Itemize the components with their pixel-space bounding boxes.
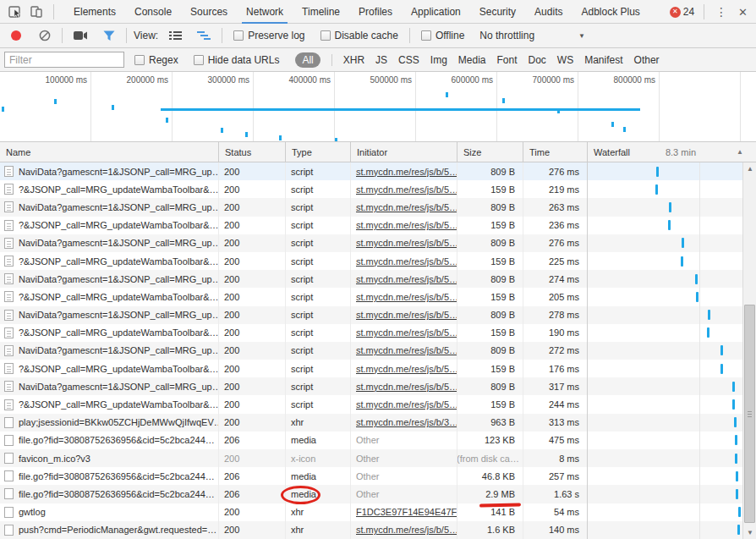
overflow-menu-icon[interactable]: ⋮ [714, 6, 729, 18]
table-row[interactable]: play;jsessionid=BKkw05ZCHjDeMWwQjIfwqEV…… [0, 414, 756, 432]
column-header-status[interactable]: Status [218, 142, 285, 162]
table-row[interactable]: push?cmd=PeriodicManager&gwt.requested=…… [0, 521, 756, 539]
filter-pill-manifest[interactable]: Manifest [584, 54, 622, 66]
filter-pill-xhr[interactable]: XHR [343, 54, 364, 66]
tab-adblock-plus[interactable]: Adblock Plus [572, 0, 649, 24]
table-row[interactable]: NaviData?gamescnt=1&JSONP_call=MRG_up… 2… [0, 234, 756, 252]
table-row[interactable]: file.go?fid=30808752636956&cid=5c2bca244… [0, 432, 756, 449]
view-waterfall-icon[interactable] [197, 30, 211, 41]
filter-funnel-icon[interactable] [103, 30, 115, 41]
table-row[interactable]: file.go?fid=30808752636956&cid=5c2bca244… [0, 467, 756, 485]
filter-pill-all[interactable]: All [295, 52, 320, 68]
filter-pill-img[interactable]: Img [430, 54, 447, 66]
overview-request-mark [221, 128, 223, 133]
column-header-time[interactable]: Time [523, 142, 587, 162]
tab-security[interactable]: Security [470, 0, 525, 24]
tab-application[interactable]: Application [402, 0, 470, 24]
inspect-element-icon[interactable] [8, 5, 23, 19]
resource-icon [4, 310, 14, 321]
initiator-link[interactable]: st.mycdn.me/res/js/b/3… [356, 417, 457, 427]
initiator-link[interactable]: st.mycdn.me/res/js/b/5… [356, 202, 457, 212]
initiator-link[interactable]: st.mycdn.me/res/js/b/5… [356, 382, 457, 392]
table-row[interactable]: gwtlog 200 xhr F1DC3E97F14E94E47FB… 141 … [0, 503, 756, 521]
initiator-link[interactable]: st.mycdn.me/res/js/b/5… [356, 184, 457, 195]
table-row[interactable]: ?&JSONP_call=MRG_updateWambaToolbar&… 20… [0, 360, 756, 377]
initiator-link[interactable]: st.mycdn.me/res/js/b/5… [356, 364, 457, 374]
regex-checkbox[interactable]: Regex [134, 54, 178, 66]
table-row[interactable]: ?&JSONP_call=MRG_updateWambaToolbar&… 20… [0, 324, 756, 342]
preserve-log-checkbox[interactable]: Preserve log [233, 30, 304, 41]
initiator-link[interactable]: F1DC3E97F14E94E47FB… [356, 507, 457, 517]
clear-button[interactable] [39, 30, 51, 41]
request-initiator: st.mycdn.me/res/js/b/5… [350, 345, 457, 355]
resource-icon [4, 507, 14, 518]
vertical-scrollbar[interactable]: ▲ ▼ [742, 162, 756, 539]
tab-console[interactable]: Console [125, 0, 181, 24]
initiator-link[interactable]: st.mycdn.me/res/js/b/5… [356, 327, 457, 338]
initiator-link[interactable]: st.mycdn.me/res/js/b/5… [356, 220, 457, 230]
initiator-link[interactable]: st.mycdn.me/res/js/b/5… [356, 238, 457, 248]
scroll-down-icon[interactable]: ▼ [743, 526, 756, 539]
table-row[interactable]: ?&JSONP_call=MRG_updateWambaToolbar&… 20… [0, 217, 756, 234]
table-row[interactable]: NaviData?gamescnt=1&JSONP_call=MRG_up… 2… [0, 162, 756, 180]
initiator-link[interactable]: st.mycdn.me/res/js/b/5… [356, 256, 457, 267]
filter-pill-js[interactable]: JS [375, 54, 387, 66]
column-header-name[interactable]: Name [0, 142, 218, 162]
column-header-initiator[interactable]: Initiator [350, 142, 457, 162]
scroll-up-icon[interactable]: ▲ [743, 162, 756, 175]
table-row[interactable]: NaviData?gamescnt=1&JSONP_call=MRG_up… 2… [0, 198, 756, 216]
request-time: 8 ms [523, 454, 587, 464]
view-list-icon[interactable] [169, 30, 182, 41]
disable-cache-checkbox[interactable]: Disable cache [320, 30, 398, 41]
initiator-link[interactable]: st.mycdn.me/res/js/b/5… [356, 525, 457, 535]
waterfall-tick [736, 489, 738, 499]
network-overview-timeline[interactable]: 100000 ms200000 ms300000 ms400000 ms5000… [0, 72, 756, 142]
tab-timeline[interactable]: Timeline [293, 0, 349, 24]
filter-pill-media[interactable]: Media [458, 54, 486, 66]
tab-network[interactable]: Network [237, 0, 293, 24]
table-row[interactable]: ?&JSONP_call=MRG_updateWambaToolbar&… 20… [0, 180, 756, 198]
tab-sources[interactable]: Sources [181, 0, 237, 24]
table-row[interactable]: file.go?fid=30808752636956&cid=5c2bca244… [0, 485, 756, 503]
screenshot-camera-icon[interactable] [74, 30, 88, 41]
tab-elements[interactable]: Elements [64, 0, 125, 24]
request-time: 54 ms [523, 507, 587, 517]
table-row[interactable]: NaviData?gamescnt=1&JSONP_call=MRG_up… 2… [0, 270, 756, 288]
overview-tick-label: 200000 ms [90, 75, 168, 85]
filter-pill-other[interactable]: Other [634, 54, 660, 66]
filter-pill-ws[interactable]: WS [557, 54, 573, 66]
close-icon[interactable]: ✕ [735, 6, 751, 19]
throttling-select[interactable]: No throttling ▼ [479, 30, 585, 41]
checkbox-icon [233, 30, 244, 41]
initiator-link[interactable]: st.mycdn.me/res/js/b/5… [356, 167, 457, 177]
overview-request-mark [611, 122, 614, 127]
tab-audits[interactable]: Audits [525, 0, 572, 24]
hide-data-urls-checkbox[interactable]: Hide data URLs [194, 54, 280, 66]
table-row[interactable]: ?&JSONP_call=MRG_updateWambaToolbar&… 20… [0, 288, 756, 305]
column-header-type[interactable]: Type [285, 142, 350, 162]
initiator-link[interactable]: st.mycdn.me/res/js/b/5… [356, 310, 457, 320]
filter-pill-doc[interactable]: Doc [529, 54, 546, 66]
table-row[interactable]: ?&JSONP_call=MRG_updateWambaToolbar&… 20… [0, 395, 756, 413]
initiator-link[interactable]: st.mycdn.me/res/js/b/5… [356, 345, 457, 355]
table-row[interactable]: ?&JSONP_call=MRG_updateWambaToolbar&… 20… [0, 252, 756, 270]
offline-checkbox[interactable]: Offline [421, 30, 464, 41]
table-row[interactable]: NaviData?gamescnt=1&JSONP_call=MRG_up… 2… [0, 377, 756, 395]
tab-profiles[interactable]: Profiles [349, 0, 402, 24]
device-toolbar-icon[interactable] [30, 5, 43, 19]
error-count-badge[interactable]: ✕ 24 [670, 6, 694, 18]
filter-pill-css[interactable]: CSS [398, 54, 419, 66]
initiator-link[interactable]: st.mycdn.me/res/js/b/5… [356, 399, 457, 410]
table-row[interactable]: favicon_m.ico?v3 200 x-icon Other (from … [0, 449, 756, 467]
filter-pill-font[interactable]: Font [497, 54, 518, 66]
initiator-link[interactable]: st.mycdn.me/res/js/b/5… [356, 292, 457, 302]
request-size: 159 B [457, 399, 523, 410]
table-row[interactable]: NaviData?gamescnt=1&JSONP_call=MRG_up… 2… [0, 342, 756, 360]
scrollbar-thumb[interactable] [744, 305, 755, 523]
initiator-link[interactable]: st.mycdn.me/res/js/b/5… [356, 274, 457, 284]
column-header-size[interactable]: Size [457, 142, 523, 162]
record-button[interactable] [11, 30, 21, 41]
sort-ascending-icon[interactable]: ▲ [737, 148, 743, 156]
table-row[interactable]: NaviData?gamescnt=1&JSONP_call=MRG_up… 2… [0, 306, 756, 324]
filter-input[interactable] [4, 52, 124, 68]
